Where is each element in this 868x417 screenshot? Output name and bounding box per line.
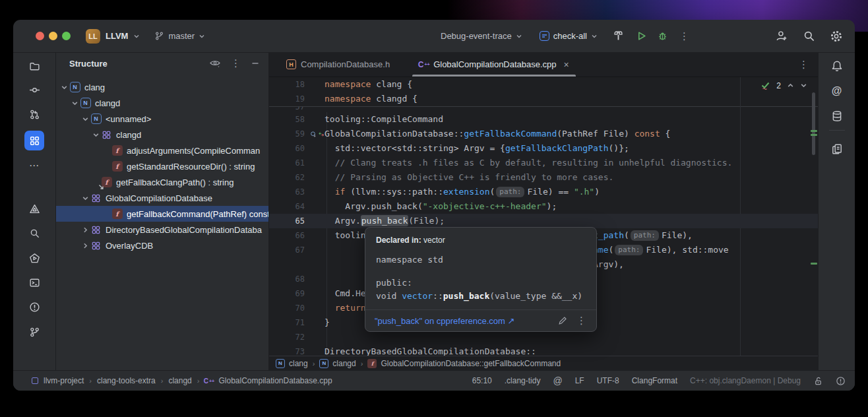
tree-expand-chevron[interactable] — [80, 195, 90, 202]
path-segment[interactable]: clang-tools-extra — [97, 376, 156, 385]
editor-scrollbar[interactable] — [812, 92, 815, 155]
next-problem-chevron[interactable] — [800, 82, 807, 89]
tree-expand-chevron[interactable] — [59, 84, 69, 91]
tree-expand-chevron[interactable] — [80, 226, 90, 234]
error-indicator-icon[interactable] — [836, 376, 846, 386]
tree-item[interactable]: Nclangd — [56, 95, 268, 111]
statusbar-path[interactable]: llvm-project›clang-tools-extra›clangd›C+… — [32, 376, 332, 385]
line-ending-widget[interactable]: LF — [575, 376, 584, 385]
line-number[interactable]: 58 — [269, 112, 310, 127]
code-line-18[interactable]: 18namespace clang { — [269, 77, 818, 92]
more-actions-kebab[interactable]: ⋮ — [679, 30, 690, 42]
line-number[interactable]: 73 — [269, 344, 310, 356]
close-window-button[interactable] — [36, 32, 44, 40]
breadcrumb-item[interactable]: Nclangd — [319, 359, 356, 368]
path-segment[interactable]: clangd — [168, 376, 191, 385]
sidebar-item-more-tools[interactable]: ⋯ — [24, 156, 44, 176]
tree-item[interactable]: fgetStandardResourceDir() : string — [56, 158, 268, 174]
sidebar-item-terminal[interactable] — [24, 273, 44, 292]
zoom-window-button[interactable] — [62, 32, 71, 40]
line-number[interactable]: 64 — [269, 199, 310, 214]
line-number[interactable]: 65 — [269, 214, 310, 228]
line-number[interactable] — [269, 257, 310, 272]
search-everywhere-button[interactable] — [803, 30, 815, 42]
tree-item[interactable]: Nclang — [56, 79, 268, 95]
settings-gear-button[interactable] — [830, 30, 843, 43]
tree-item[interactable]: fadjustArguments(CompileComman — [56, 143, 268, 158]
path-segment[interactable]: llvm-project — [44, 376, 84, 385]
code-line-62[interactable]: 62 // Parsing as Objective C++ is friend… — [269, 170, 818, 185]
editor-tab[interactable]: HCompilationDatabase.h — [277, 52, 399, 77]
panel-options-kebab[interactable]: ⋮ — [231, 57, 241, 69]
line-number[interactable]: 59 — [269, 127, 310, 141]
tree-expand-chevron[interactable] — [90, 131, 101, 139]
sidebar-item-version-control[interactable] — [24, 322, 44, 342]
tree-item[interactable]: N<unnamed> — [56, 111, 268, 127]
line-number[interactable]: 67 — [269, 243, 310, 257]
tree-expand-chevron[interactable] — [69, 100, 80, 107]
breadcrumb-item[interactable]: fGlobalCompilationDatabase::getFallbackC… — [367, 359, 561, 368]
encoding-widget[interactable]: UTF-8 — [597, 376, 619, 385]
unlock-icon[interactable] — [813, 376, 823, 386]
sidebar-item-pull-requests[interactable] — [24, 104, 44, 124]
sidebar-item-structure[interactable] — [24, 131, 44, 150]
tree-expand-chevron[interactable] — [80, 115, 90, 123]
code-line-72[interactable]: 72 — [269, 330, 818, 344]
gutter-navigation-icons[interactable] — [310, 127, 325, 141]
view-options-eye-button[interactable] — [209, 59, 221, 68]
cppreference-link[interactable]: "push_back" on cppreference.com ↗ — [375, 316, 514, 326]
run-button[interactable] — [636, 30, 647, 42]
debug-button[interactable] — [657, 30, 668, 42]
sidebar-item-database[interactable] — [827, 106, 847, 126]
vcs-widget[interactable]: master — [154, 31, 205, 41]
popup-options-kebab[interactable]: ⋮ — [576, 315, 587, 327]
line-number[interactable]: 18 — [269, 77, 310, 92]
tree-item[interactable]: clangd — [56, 127, 268, 143]
tree-item[interactable]: fgetFallbackClangPath() : string — [56, 174, 268, 190]
vector-class-link[interactable]: vector — [402, 291, 433, 301]
sidebar-item-problems[interactable] — [24, 297, 44, 317]
run-configuration-selector[interactable]: Debug-event-trace — [441, 31, 522, 41]
at-icon[interactable]: @ — [553, 375, 562, 386]
line-number[interactable]: 72 — [269, 330, 310, 344]
hide-panel-button[interactable] — [251, 59, 259, 67]
sidebar-item-find[interactable] — [24, 223, 44, 243]
edit-pencil-icon[interactable] — [558, 316, 567, 325]
tree-item[interactable]: OverlayCDB — [56, 238, 268, 253]
tab-options-kebab[interactable]: ⋮ — [799, 59, 809, 71]
line-number[interactable]: 60 — [269, 141, 310, 156]
build-target-selector[interactable]: check-all — [540, 31, 598, 41]
line-number[interactable]: 70 — [269, 301, 310, 315]
sidebar-item-services[interactable] — [24, 248, 44, 268]
inspections-widget[interactable]: 2 — [760, 80, 807, 90]
formatter-widget[interactable]: ClangFormat — [632, 376, 677, 385]
line-number[interactable]: 68 — [269, 272, 310, 286]
caret-position-widget[interactable]: 65:10 — [472, 376, 492, 385]
sidebar-item-documentation[interactable] — [827, 139, 847, 159]
tree-item[interactable]: GlobalCompilationDatabase — [56, 190, 268, 206]
previous-problem-chevron[interactable] — [787, 82, 794, 89]
code-line-64[interactable]: 64 Argv.push_back("-xobjective-c++-heade… — [269, 199, 818, 214]
code-line-63[interactable]: 63 if (llvm::sys::path::extension(path:F… — [269, 185, 818, 199]
sidebar-item-ai-assistant[interactable]: @ — [827, 81, 847, 101]
tree-item[interactable]: DirectoryBasedGlobalCompilationDataba — [56, 222, 268, 238]
tree-item[interactable]: fgetFallbackCommand(PathRef) const — [56, 206, 268, 222]
line-number[interactable]: 62 — [269, 170, 310, 185]
build-hammer-button[interactable] — [612, 30, 625, 42]
sidebar-item-problems-triangle[interactable] — [24, 199, 44, 218]
line-number[interactable]: 61 — [269, 156, 310, 170]
current-file-name[interactable]: GlobalCompilationDatabase.cpp — [218, 376, 332, 385]
line-number[interactable]: 69 — [269, 286, 310, 301]
minimize-window-button[interactable] — [49, 32, 57, 40]
line-number[interactable]: 63 — [269, 185, 310, 199]
code-line-58[interactable]: 58tooling::CompileCommand — [269, 112, 818, 127]
code-line-65[interactable]: 65 Argv.push_back(File); — [269, 214, 818, 228]
clang-tidy-widget[interactable]: .clang-tidy — [505, 376, 541, 385]
sidebar-item-notifications[interactable] — [827, 56, 847, 76]
breadcrumb-item[interactable]: Nclang — [276, 359, 308, 368]
code-line-57[interactable]: 57 — [269, 107, 818, 112]
code-with-me-button[interactable] — [775, 30, 788, 43]
code-line-61[interactable]: 61 // Clang treats .h files as C by defa… — [269, 156, 818, 170]
line-number[interactable]: 66 — [269, 228, 310, 243]
line-number[interactable]: 71 — [269, 315, 310, 330]
